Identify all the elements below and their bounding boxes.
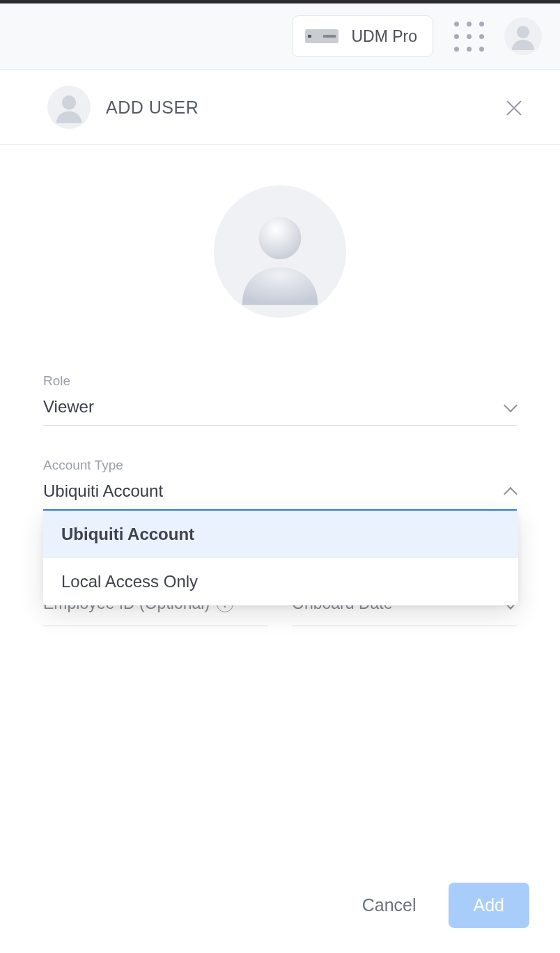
- panel-footer: Cancel Add: [0, 883, 560, 953]
- role-field: Role Viewer: [43, 373, 517, 426]
- avatar-icon: [224, 196, 336, 307]
- cancel-button[interactable]: Cancel: [354, 885, 425, 925]
- panel-title: ADD USER: [106, 98, 199, 118]
- apps-grid-icon[interactable]: [453, 20, 485, 52]
- panel-body: Role Viewer Account Type Ubiquiti Accoun…: [0, 145, 560, 883]
- close-icon[interactable]: [504, 98, 524, 117]
- profile-avatar[interactable]: [504, 17, 542, 55]
- add-button[interactable]: Add: [449, 883, 529, 928]
- chevron-up-icon: [504, 485, 517, 497]
- console-name: UDM Pro: [351, 27, 417, 46]
- role-value: Viewer: [43, 397, 94, 417]
- avatar-icon: [52, 90, 86, 125]
- account-type-field: Account Type Ubiquiti Account Ubiquiti A…: [43, 458, 517, 511]
- svg-point-2: [259, 217, 302, 259]
- account-type-value: Ubiquiti Account: [43, 481, 163, 501]
- role-select[interactable]: Viewer: [43, 397, 517, 426]
- panel-header: ADD USER: [0, 70, 560, 145]
- account-type-dropdown: Ubiquiti Account Local Access Only: [43, 511, 518, 605]
- panel-header-avatar: [47, 86, 91, 129]
- account-type-select[interactable]: Ubiquiti Account: [43, 481, 517, 511]
- console-selector[interactable]: UDM Pro: [292, 15, 433, 57]
- account-type-option-ubiquiti[interactable]: Ubiquiti Account: [43, 511, 518, 558]
- svg-point-1: [62, 95, 76, 109]
- svg-point-0: [517, 26, 529, 38]
- chevron-down-icon: [504, 401, 517, 413]
- account-type-option-local[interactable]: Local Access Only: [43, 558, 518, 605]
- user-avatar-placeholder[interactable]: [214, 185, 346, 318]
- avatar-icon: [508, 21, 538, 52]
- account-type-label: Account Type: [43, 458, 517, 473]
- top-bar: UDM Pro: [0, 3, 560, 70]
- add-user-panel: ADD USER Role: [0, 70, 560, 953]
- role-label: Role: [43, 373, 517, 389]
- console-device-icon: [305, 29, 339, 43]
